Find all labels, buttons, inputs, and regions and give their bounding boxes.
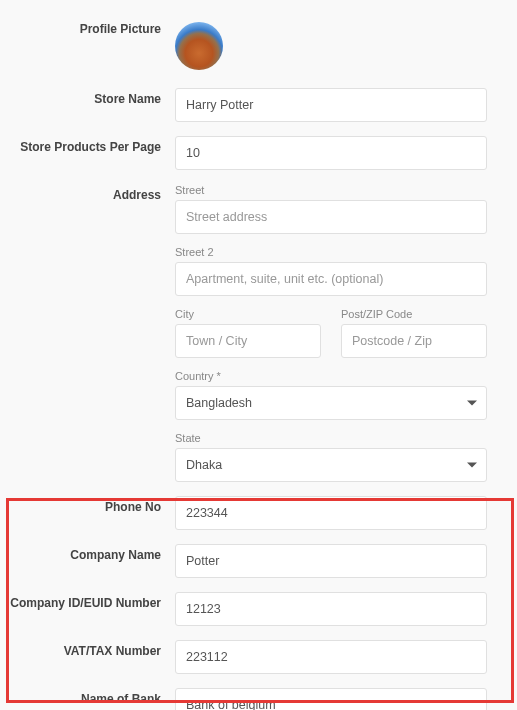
store-name-input[interactable] [175,88,487,122]
company-id-label: Company ID/EUID Number [10,592,175,610]
company-name-label: Company Name [10,544,175,562]
zip-label: Post/ZIP Code [341,308,487,320]
bank-name-input[interactable] [175,688,487,710]
state-label: State [175,432,487,444]
profile-picture-label: Profile Picture [10,22,175,36]
vat-input[interactable] [175,640,487,674]
per-page-input[interactable] [175,136,487,170]
street2-label: Street 2 [175,246,487,258]
vat-label: VAT/TAX Number [10,640,175,658]
country-label: Country * [175,370,487,382]
city-input[interactable] [175,324,321,358]
phone-label: Phone No [10,496,175,514]
phone-input[interactable] [175,496,487,530]
street-label: Street [175,184,487,196]
state-select[interactable]: Dhaka [175,448,487,482]
zip-input[interactable] [341,324,487,358]
street-input[interactable] [175,200,487,234]
company-name-input[interactable] [175,544,487,578]
address-label: Address [10,184,175,202]
city-label: City [175,308,321,320]
store-name-label: Store Name [10,88,175,106]
profile-picture-avatar[interactable] [175,22,223,70]
company-id-input[interactable] [175,592,487,626]
country-select[interactable]: Bangladesh [175,386,487,420]
per-page-label: Store Products Per Page [10,136,175,154]
bank-name-label: Name of Bank [10,688,175,706]
street2-input[interactable] [175,262,487,296]
